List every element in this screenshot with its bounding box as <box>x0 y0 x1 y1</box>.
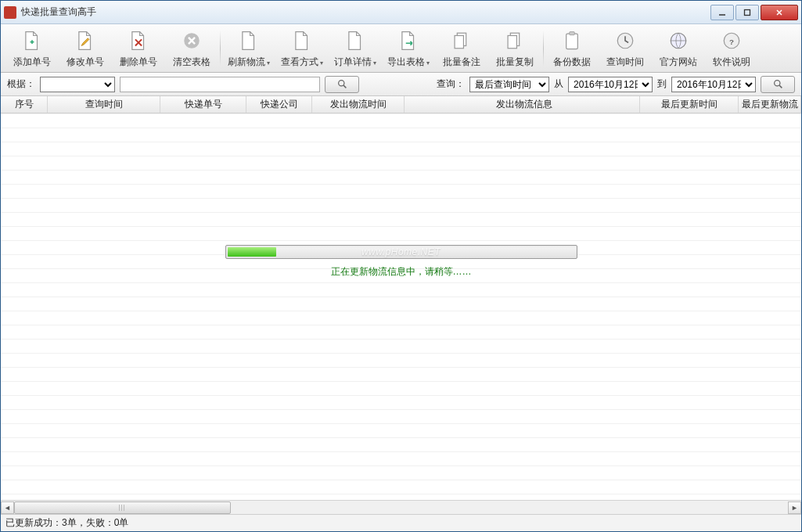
local-search-button[interactable] <box>325 76 359 93</box>
app-icon <box>4 6 16 19</box>
doc-plus-icon <box>20 28 45 53</box>
svg-rect-9 <box>566 34 578 49</box>
column-header[interactable]: 发出物流时间 <box>312 96 405 113</box>
window-title: 快递批量查询高手 <box>21 5 709 19</box>
toolbar-label: 批量复制 <box>496 56 534 69</box>
column-header[interactable]: 快递公司 <box>246 96 312 113</box>
toolbar: 添加单号 修改单号 删除单号 清空表格 刷新物流▾ 查看方式▾ 订单详情▾ 导出… <box>1 24 801 73</box>
toolbar-backup-data[interactable]: 备份数据 <box>545 26 599 71</box>
from-date-picker[interactable]: 2016年10月12日 <box>568 77 653 92</box>
doc-x-icon <box>126 28 151 53</box>
svg-point-15 <box>338 81 343 86</box>
doc-pencil-icon <box>73 28 98 53</box>
titlebar: 快递批量查询高手 <box>1 1 801 24</box>
svg-point-17 <box>774 81 779 86</box>
svg-rect-10 <box>570 31 575 34</box>
column-header[interactable]: 发出物流信息 <box>405 96 640 113</box>
toolbar-label: 修改单号 <box>67 56 104 69</box>
svg-rect-8 <box>508 35 516 48</box>
toolbar-separator <box>543 31 544 66</box>
toolbar-batch-copy[interactable]: 批量复制 <box>488 26 541 71</box>
toolbar-label: 导出表格▾ <box>387 56 430 69</box>
query-label: 查询： <box>437 77 465 91</box>
docs-icon <box>449 28 474 53</box>
circle-x-icon <box>179 28 204 53</box>
help-icon: ? <box>719 28 744 53</box>
toolbar-add-order[interactable]: 添加单号 <box>5 26 59 71</box>
toolbar-label: 批量备注 <box>443 56 480 69</box>
column-header[interactable]: 最后更新时间 <box>640 96 739 113</box>
toolbar-software-help[interactable]: ? 软件说明 <box>705 26 758 71</box>
progress-watermark: www.pHome.NET <box>226 246 577 258</box>
toolbar-label: 查看方式▾ <box>281 56 323 69</box>
scroll-right-button[interactable]: ► <box>788 501 801 514</box>
toolbar-clear-table[interactable]: 清空表格 <box>165 26 218 71</box>
status-bar: 已更新成功：3单，失败：0单 <box>1 514 801 531</box>
horizontal-scrollbar[interactable]: ◄ ► <box>1 500 801 514</box>
toolbar-batch-note[interactable]: 批量备注 <box>435 26 488 71</box>
scroll-left-button[interactable]: ◄ <box>1 501 14 514</box>
search-icon <box>337 79 347 89</box>
scroll-track[interactable] <box>14 501 788 514</box>
column-header[interactable]: 快递单号 <box>160 96 246 113</box>
from-label: 从 <box>554 77 563 91</box>
minimize-button[interactable] <box>710 5 734 20</box>
doc-icon <box>236 28 261 53</box>
toolbar-label: 查询时间 <box>606 56 644 69</box>
table-body: www.pHome.NET 正在更新物流信息中，请稍等…… <box>1 113 801 500</box>
progress-message: 正在更新物流信息中，请稍等…… <box>225 265 577 279</box>
doc-out-icon <box>396 28 421 53</box>
search-input[interactable] <box>120 77 320 92</box>
svg-text:?: ? <box>729 37 734 45</box>
toolbar-label: 刷新物流▾ <box>228 56 270 69</box>
status-text: 已更新成功：3单，失败：0单 <box>5 516 128 530</box>
toolbar-label: 删除单号 <box>120 56 157 69</box>
grid-lines <box>1 113 801 500</box>
query-type-select[interactable]: 最后查询时间 <box>469 77 549 92</box>
toolbar-separator <box>220 31 221 66</box>
svg-line-18 <box>779 85 782 88</box>
toolbar-refresh-logistics[interactable]: 刷新物流▾ <box>222 26 275 71</box>
docs-icon <box>502 28 527 53</box>
toolbar-query-time[interactable]: 查询时间 <box>599 26 652 71</box>
column-header[interactable]: 查询时间 <box>48 96 160 113</box>
toolbar-label: 软件说明 <box>713 56 750 69</box>
filter-bar: 根据： 查询： 最后查询时间 从 2016年10月12日 到 2016年10月1… <box>1 73 801 96</box>
progress-bar: www.pHome.NET <box>225 245 577 259</box>
basis-select[interactable] <box>40 77 115 92</box>
toolbar-view-mode[interactable]: 查看方式▾ <box>275 26 329 71</box>
toolbar-edit-order[interactable]: 修改单号 <box>59 26 112 71</box>
app-window: 快递批量查询高手 添加单号 修改单号 删除单号 清空表格 刷新物流▾ 查看方式▾… <box>0 0 802 532</box>
toolbar-label: 添加单号 <box>13 56 51 69</box>
close-button[interactable] <box>761 5 798 20</box>
toolbar-delete-order[interactable]: 删除单号 <box>112 26 165 71</box>
doc-icon <box>343 28 368 53</box>
search-icon <box>773 79 783 89</box>
toolbar-label: 订单详情▾ <box>334 56 376 69</box>
column-header[interactable]: 最后更新物流 <box>739 96 801 113</box>
clipboard-icon <box>559 28 584 53</box>
to-date-picker[interactable]: 2016年10月12日 <box>671 77 756 92</box>
doc-icon <box>290 28 315 53</box>
svg-rect-6 <box>455 35 463 48</box>
table-header: 序号查询时间快递单号快递公司发出物流时间发出物流信息最后更新时间最后更新物流 <box>1 96 801 113</box>
toolbar-label: 清空表格 <box>173 56 210 69</box>
basis-label: 根据： <box>7 77 35 91</box>
column-header[interactable]: 序号 <box>1 96 48 113</box>
svg-rect-1 <box>745 9 750 15</box>
toolbar-official-site[interactable]: 官方网站 <box>652 26 705 71</box>
maximize-button[interactable] <box>735 5 759 20</box>
toolbar-order-detail[interactable]: 订单详情▾ <box>329 26 382 71</box>
toolbar-label: 备份数据 <box>553 56 591 69</box>
toolbar-label: 官方网站 <box>660 56 697 69</box>
globe-icon <box>666 28 691 53</box>
query-search-button[interactable] <box>761 76 795 93</box>
toolbar-export-table[interactable]: 导出表格▾ <box>382 26 435 71</box>
scroll-thumb[interactable] <box>14 501 231 514</box>
progress-panel: www.pHome.NET 正在更新物流信息中，请稍等…… <box>225 245 577 279</box>
svg-line-16 <box>343 85 346 88</box>
clock-icon <box>613 28 638 53</box>
to-label: 到 <box>657 77 667 91</box>
